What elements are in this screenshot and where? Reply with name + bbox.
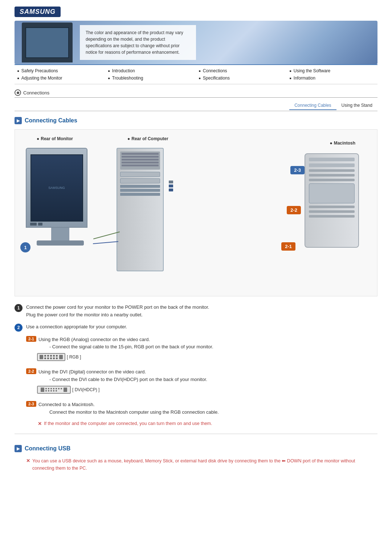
rgb-label: [ RGB ] bbox=[67, 355, 81, 360]
badge-1: 1 bbox=[20, 242, 30, 252]
nav-item-connections[interactable]: Connections bbox=[196, 67, 287, 74]
nav-item-adjusting[interactable]: Adjusting the Monitor bbox=[15, 74, 105, 82]
connection-diagram: ●Rear of Monitor SAMSUNG 1 ●Rear of Comp… bbox=[15, 129, 377, 296]
pc-illustration bbox=[117, 148, 171, 279]
tab-bar: Connecting Cables Using the Stand bbox=[15, 101, 377, 111]
rear-computer-label: ●Rear of Computer bbox=[127, 136, 168, 141]
cable-line-1 bbox=[93, 231, 120, 239]
sub-item-2-2: 2-2 Using the DVI (Digital) connector on… bbox=[26, 368, 377, 396]
badge-2-2-label: 2-2 bbox=[26, 368, 36, 374]
samsung-logo: SAMSUNG bbox=[15, 7, 61, 17]
section1-icon: ▶ bbox=[15, 117, 22, 124]
mac-illustration bbox=[305, 153, 363, 255]
section1-title: Connecting Cables bbox=[25, 117, 77, 124]
sub3-text2: Connect the monitor to the Macintosh com… bbox=[49, 409, 219, 416]
sub1-text1: Using the RGB (Analog) connector on the … bbox=[38, 336, 213, 344]
badge-2-1: 2-1 bbox=[281, 242, 295, 251]
badge-2-2: 2-2 bbox=[287, 206, 301, 214]
step-2-text: Use a connection appropriate for your co… bbox=[26, 323, 127, 331]
banner: The color and appearance of the product … bbox=[15, 21, 377, 64]
section2-header: ▶ Connecting USB bbox=[15, 445, 377, 452]
nav-item-software[interactable]: Using the Software bbox=[287, 67, 377, 74]
badge-2-1-label: 2-1 bbox=[26, 336, 36, 342]
note-connected: ✕ If the monitor and the computer are co… bbox=[38, 421, 377, 426]
badge-2-3: 2-3 bbox=[290, 166, 305, 174]
sub3-text1: Connected to a Macintosh. bbox=[38, 401, 219, 409]
breadcrumb-icon bbox=[15, 89, 21, 96]
instruction-2: 2 Use a connection appropriate for your … bbox=[15, 323, 377, 332]
section2: ▶ Connecting USB ✕ You can use a USB dev… bbox=[15, 445, 377, 472]
cable-line-2 bbox=[93, 241, 118, 244]
note-icon: ✕ bbox=[38, 421, 42, 426]
section-divider bbox=[15, 434, 377, 434]
instructions: 1 Connect the power cord for your monito… bbox=[15, 304, 377, 426]
section1-header: ▶ Connecting Cables bbox=[15, 117, 377, 124]
nav-item-troubleshooting[interactable]: Troubleshooting bbox=[105, 74, 196, 82]
rear-monitor-label: ●Rear of Monitor bbox=[37, 136, 73, 141]
step-1-text: Connect the power cord for your monitor … bbox=[26, 304, 209, 319]
tab-connecting-cables[interactable]: Connecting Cables bbox=[289, 101, 336, 110]
sub-item-2-3: 2-3 Connected to a Macintosh. Connect th… bbox=[26, 401, 377, 416]
sub2-text1: Using the DVI (Digital) connector on the… bbox=[38, 368, 207, 376]
note-text: If the monitor and the computer are conn… bbox=[44, 421, 212, 426]
sub1-text2: - Connect the signal cable to the 15-pin… bbox=[49, 343, 213, 351]
usb-note: ✕ You can use a USB device such as a mou… bbox=[26, 457, 377, 472]
macintosh-label: ●Macintosh bbox=[330, 141, 355, 146]
nav-item-information[interactable]: Information bbox=[287, 74, 377, 82]
tab-using-stand[interactable]: Using the Stand bbox=[336, 101, 377, 110]
dvi-label: [ DVI(HDCP) ] bbox=[72, 387, 99, 392]
instruction-1: 1 Connect the power cord for your monito… bbox=[15, 304, 377, 319]
sub-item-2-1: 2-1 Using the RGB (Analog) connector on … bbox=[26, 336, 377, 364]
badge-2-3-label: 2-3 bbox=[26, 401, 36, 407]
breadcrumb-text: Connections bbox=[23, 90, 49, 96]
main-content: ▶ Connecting Cables ●Rear of Monitor SAM… bbox=[15, 117, 377, 472]
section2-title: Connecting USB bbox=[25, 445, 70, 452]
header: SAMSUNG bbox=[0, 0, 392, 17]
breadcrumb: Connections bbox=[15, 89, 377, 98]
nav-item-specifications[interactable]: Specifications bbox=[196, 74, 287, 82]
usb-note-text: You can use a USB device such as a mouse… bbox=[32, 457, 377, 472]
banner-monitor-screen bbox=[25, 27, 69, 58]
usb-note-icon: ✕ bbox=[26, 457, 30, 465]
step-1-badge: 1 bbox=[15, 304, 23, 312]
nav-item-safety[interactable]: Safety Precautions bbox=[15, 67, 105, 74]
dvi-connector-icon: [ DVI(HDCP) ] bbox=[37, 386, 99, 394]
nav-item-introduction[interactable]: Introduction bbox=[105, 67, 196, 74]
banner-monitor-image bbox=[22, 23, 73, 62]
sub2-text2: - Connect the DVI cable to the DVI(HDCP)… bbox=[49, 376, 207, 384]
banner-text: The color and appearance of the product … bbox=[80, 25, 196, 60]
sub-items: 2-1 Using the RGB (Analog) connector on … bbox=[26, 336, 377, 427]
nav-menu: Safety Precautions Introduction Connecti… bbox=[15, 64, 377, 84]
step-2-badge: 2 bbox=[15, 324, 23, 332]
rgb-connector-icon: [ RGB ] bbox=[37, 353, 81, 361]
section2-icon: ▶ bbox=[15, 445, 22, 452]
monitor-illustration: SAMSUNG bbox=[26, 148, 95, 246]
